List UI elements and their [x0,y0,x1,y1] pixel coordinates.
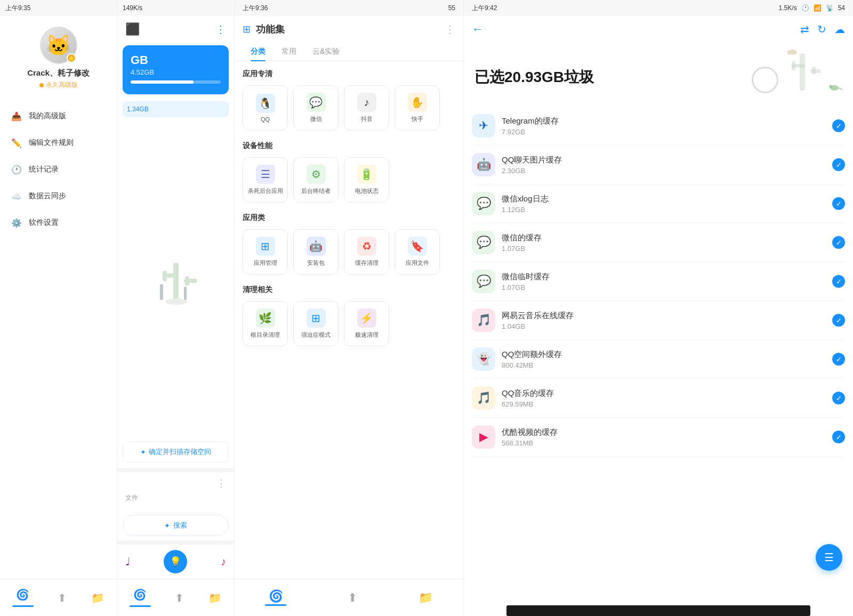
wechat-icon: 💬 [307,93,326,112]
trash-item-qq-music[interactable]: 🎵 QQ音乐的缓存 629.59MB ✓ [472,379,845,418]
fab-button[interactable]: ☰ [816,544,842,571]
netease-size: 1.04GB [502,322,832,330]
wechat-xlog-check[interactable]: ✓ [832,197,845,210]
tab-common[interactable]: 常用 [273,43,304,61]
panel3-tabs: 分类 常用 云&实验 [235,43,463,61]
trash-hero: 已选20.93GB垃圾 [464,43,853,107]
qq-music-app-icon: 🎵 [472,386,495,410]
p3-tab-fan[interactable]: 🌀 [265,589,286,606]
panel3-features: 上午9:36 55 ⊞ 功能集 ⋮ 分类 常用 云&实验 应用专清 🐧 QQ 💬… [235,0,464,616]
feature-tiktok[interactable]: ♪ 抖音 [344,85,389,131]
trash-item-list: ✈ Telegram的缓存 7.92GB ✓ 🤖 QQ聊天图片缓存 2.30GB… [464,107,853,600]
sidebar-item-stats[interactable]: 🕐 统计记录 [0,156,117,183]
feature-cache[interactable]: ♻ 缓存清理 [344,229,389,274]
svg-rect-0 [173,263,179,300]
sidebar-item-vip[interactable]: 📥 我的高级版 [0,103,117,129]
panel4-header: ← ⇄ ↻ ☁ [464,16,853,43]
p3-tab-folder[interactable]: 📁 [419,591,433,605]
p3-time: 上午9:36 [243,4,268,13]
p4-wifi-icon: 📡 [826,4,834,12]
profile-section: 🐱 ⭐ Crack、耗子修改 永久高级版 [0,16,117,98]
menu-label-vip: 我的高级版 [29,111,66,121]
tab-category[interactable]: 分类 [243,43,273,61]
qq-chat-check[interactable]: ✓ [832,158,845,171]
panel1-bottom-tabs: 🌀 ⬆ 📁 [0,579,117,616]
trash-item-netease[interactable]: 🎵 网易云音乐在线缓存 1.04GB ✓ [472,301,845,340]
p4-status-icons: 1.5K/s 🕐 📶 📡 54 [779,4,845,12]
bottom-tab-star[interactable]: ⬆ [58,591,67,604]
section-title-device: 设备性能 [243,141,455,151]
feature-fast[interactable]: ⚡ 极速清理 [344,301,389,346]
p2-tab-up[interactable]: ⬆ [175,591,184,604]
feature-grid-apptype: ⊞ 应用管理 🤖 安装包 ♻ 缓存清理 🔖 应用文件 [243,229,455,274]
p4-clock-icon: 🕐 [801,4,809,12]
panel4-main: 已选20.93GB垃圾 [464,43,853,616]
fan-icon: 🌀 [16,588,29,601]
trash-item-wechat-temp[interactable]: 💬 微信临时缓存 1.07GB ✓ [472,262,845,301]
sidebar-item-settings[interactable]: ⚙️ 软件设置 [0,209,117,236]
storage-card-primary: GB 4.52GB [123,45,229,94]
upload-button[interactable]: ☁ [834,23,845,36]
feature-appfile[interactable]: 🔖 应用文件 [395,229,440,274]
p3-tab-star[interactable]: ⬆ [348,591,357,605]
telegram-check[interactable]: ✓ [832,119,845,132]
sidebar-item-cloud[interactable]: ☁️ 数据云同步 [0,183,117,209]
sidebar-item-rules[interactable]: ✏️ 编辑文件规则 [0,129,117,156]
p2-folder-icon: 📁 [208,591,222,604]
qq-space-app-icon: 👻 [472,347,495,371]
float-action-button[interactable]: 💡 [164,550,187,573]
netease-info: 网易云音乐在线缓存 1.04GB [502,311,832,330]
bottom-tab-folder[interactable]: 📁 [91,591,104,604]
wechat-cache-app-icon: 💬 [472,231,495,254]
feature-kuaishou[interactable]: ✋ 快手 [395,85,440,131]
menu-label-cloud: 数据云同步 [29,191,66,201]
cache-label: 缓存清理 [355,259,379,267]
trash-title: 已选20.93GB垃圾 [474,67,594,87]
search-row[interactable]: ✦ 搜索 [123,515,229,536]
trash-item-qq-chat[interactable]: 🤖 QQ聊天图片缓存 2.30GB ✓ [472,145,845,184]
trash-item-youku[interactable]: ▶ 优酷视频的缓存 568.31MB ✓ [472,418,845,457]
trash-item-wechat-cache[interactable]: 💬 微信的缓存 1.07GB ✓ [472,223,845,262]
refresh-button[interactable]: ↻ [817,23,826,36]
trash-item-telegram[interactable]: ✈ Telegram的缓存 7.92GB ✓ [472,107,845,145]
confirm-scan-button[interactable]: ✦ 确定并扫描存储空间 [123,441,229,463]
settings-icon: ⚙️ [11,217,22,229]
p2-tab-folder[interactable]: 📁 [208,591,222,604]
panel1-status-bar: 上午9:35 [0,0,117,16]
rootclean-icon: 🌿 [256,309,275,328]
feature-appmanage[interactable]: ⊞ 应用管理 [243,229,288,274]
feature-battery[interactable]: 🔋 电池状态 [344,157,389,202]
qq-music-info: QQ音乐的缓存 629.59MB [502,388,832,408]
qq-space-check[interactable]: ✓ [832,353,845,366]
youku-check[interactable]: ✓ [832,431,845,443]
netease-check[interactable]: ✓ [832,314,845,327]
wechat-temp-app-icon: 💬 [472,270,495,293]
file-label: 文件 [125,493,226,505]
qq-music-check[interactable]: ✓ [832,392,845,404]
back-button[interactable]: ← [472,22,484,36]
feature-qq[interactable]: 🐧 QQ [243,85,288,131]
qq-space-info: QQ空间额外缓存 800.42MB [502,350,832,369]
wechat-temp-check[interactable]: ✓ [832,275,845,288]
swap-button[interactable]: ⇄ [800,23,809,36]
feature-kill[interactable]: ☰ 杀死后台应用 [243,157,288,202]
trash-item-wechat-xlog[interactable]: 💬 微信xlog日志 1.12GB ✓ [472,184,845,223]
p2-tab-fan[interactable]: 🌀 [130,588,151,607]
p3-more-icon[interactable]: ⋮ [445,23,455,36]
feature-wechat[interactable]: 💬 微信 [293,85,339,131]
more-button[interactable]: ⋮ [215,23,226,36]
panel4-trash: 上午9:42 1.5K/s 🕐 📶 📡 54 ← ⇄ ↻ ☁ 已选20.93GB… [464,0,853,616]
bottom-tab-fan[interactable]: 🌀 [12,588,34,607]
p4-speed: 1.5K/s [779,4,797,12]
tag-dot [39,83,44,87]
tab-cloud[interactable]: 云&实验 [304,43,348,61]
panel3-status-bar: 上午9:36 55 [235,0,463,16]
feature-obsessive[interactable]: ⊞ 强迫症模式 [293,301,339,346]
feature-apk[interactable]: 🤖 安装包 [293,229,339,274]
trash-item-qq-space[interactable]: 👻 QQ空间额外缓存 800.42MB ✓ [472,340,845,379]
wechat-cache-check[interactable]: ✓ [832,236,845,249]
wechat-temp-name: 微信临时缓存 [502,272,832,282]
feature-rootclean[interactable]: 🌿 根目录清理 [243,301,288,346]
feature-backend[interactable]: ⚙ 后台终结者 [293,157,339,202]
file-more-icon[interactable]: ⋮ [216,477,226,489]
